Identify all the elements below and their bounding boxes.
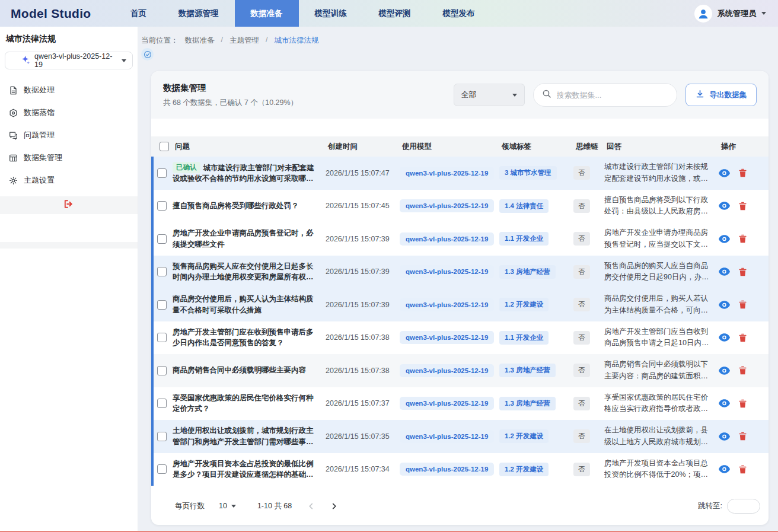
delete-button[interactable] (739, 300, 747, 309)
row-checkbox[interactable] (157, 234, 167, 244)
delete-button[interactable] (739, 168, 747, 177)
view-button[interactable] (719, 169, 730, 177)
breadcrumb-link[interactable]: 主题管理 (229, 36, 259, 46)
delete-button[interactable] (739, 234, 747, 243)
export-dataset-button[interactable]: 导出数据集 (685, 84, 757, 106)
model-pill: qwen3-vl-plus-2025-12-19 (400, 167, 494, 180)
search-input[interactable] (557, 91, 668, 100)
breadcrumb-separator: / (221, 36, 223, 46)
delete-button[interactable] (739, 333, 747, 342)
view-button[interactable] (719, 465, 730, 473)
row-checkbox[interactable] (157, 168, 167, 178)
delete-button[interactable] (739, 432, 747, 441)
status-filter-select[interactable]: 全部 (454, 84, 525, 106)
answer-text: 房地产开发主管部门应当自收到商品房预售申请之日起10日内，作... (604, 326, 713, 349)
row-checkbox[interactable] (157, 432, 167, 441)
view-button[interactable] (719, 202, 730, 210)
logout-button[interactable] (0, 196, 138, 214)
sidebar-item-label: 数据集管理 (24, 152, 62, 163)
table-row[interactable]: 已确认城市建设行政主管部门对未配套建设或验收不合格的节约用水设施可采取哪些行政措… (154, 157, 769, 190)
breadcrumb-separator: / (266, 36, 267, 46)
delete-button[interactable] (739, 202, 747, 211)
rows-per-page-value: 10 (219, 502, 227, 510)
answer-text: 城市建设行政主管部门对未按规定配套建设节约用水设施，或者节... (604, 161, 713, 184)
sidebar-item[interactable]: 数据集管理 (0, 146, 138, 169)
table-row[interactable]: 预售商品房购买人应在交付使用之日起多长时间内办理土地使用权变更和房屋所有权登记手… (154, 256, 769, 289)
row-checkbox[interactable] (157, 267, 167, 276)
page-range: 1-10 共 68 (257, 501, 292, 511)
delete-button[interactable] (739, 399, 747, 408)
table-row[interactable]: 房地产开发企业申请商品房预售登记时，必须提交哪些文件 2026/1/15 15:… (154, 222, 769, 256)
trash-icon (739, 267, 747, 276)
model-select[interactable]: qwen3-vl-plus-2025-12-19 (5, 52, 133, 69)
row-checkbox[interactable] (157, 366, 167, 375)
table-row[interactable]: 擅自预售商品房将受到哪些行政处罚？ 2026/1/15 15:07:45 qwe… (154, 190, 769, 223)
table-row[interactable]: 商品房交付使用后，购买人认为主体结构质量不合格时可采取什么措施 2026/1/1… (154, 288, 769, 321)
avatar (694, 5, 712, 23)
nav-tab[interactable]: 模型发布 (427, 0, 491, 27)
sidebar-item[interactable]: 问题管理 (0, 124, 138, 146)
table-row[interactable]: 房地产开发主管部门应在收到预售申请后多少日内作出是否同意预售的答复？ 2026/… (154, 321, 769, 355)
view-button[interactable] (719, 399, 730, 407)
distill-icon (8, 108, 18, 117)
row-checkbox[interactable] (157, 201, 167, 211)
table-header-row: 问题 创建时间 使用模型 领域标签 思维链 回答 操作 (151, 136, 769, 157)
delete-button[interactable] (739, 366, 747, 375)
row-checkbox[interactable] (157, 399, 167, 408)
table-row[interactable]: 房地产开发项目资本金占总投资的最低比例是多少？项目开发建设应遵循怎样的基础设施建… (154, 453, 769, 486)
question-text: 享受国家优惠政策的居民住宅价格实行何种定价方式？ (173, 394, 314, 413)
nav-tab[interactable]: 模型评测 (363, 0, 427, 27)
chevron-down-icon (761, 12, 766, 15)
domain-tag: 1.1 开发企业 (499, 331, 549, 345)
view-button[interactable] (719, 432, 730, 441)
delete-button[interactable] (739, 267, 747, 276)
question-text: 房地产开发项目资本金占总投资的最低比例是多少？项目开发建设应遵循怎样的基础设施建… (173, 460, 314, 481)
question-cell: 商品房销售合同中必须载明哪些主要内容 (173, 365, 315, 376)
sidebar-item-label: 问题管理 (24, 130, 55, 141)
row-checkbox[interactable] (157, 300, 167, 310)
nav-tab[interactable]: 首页 (114, 0, 162, 27)
next-page-button[interactable] (330, 502, 338, 510)
nav-tab[interactable]: 数据源管理 (162, 0, 235, 27)
nav-tab[interactable]: 数据准备 (235, 0, 299, 27)
cot-badge: 否 (573, 397, 590, 410)
breadcrumb-link[interactable]: 数据准备 (185, 36, 215, 46)
prev-page-button[interactable] (307, 502, 315, 510)
nav-tab[interactable]: 模型训练 (299, 0, 363, 27)
view-button[interactable] (719, 333, 730, 342)
trash-icon (739, 168, 747, 177)
trash-icon (739, 432, 747, 441)
select-all-checkbox[interactable] (160, 142, 169, 151)
sidebar-item[interactable]: 数据处理 (0, 79, 138, 101)
confirmed-badge: 已确认 (173, 162, 200, 173)
answer-text: 房地产开发企业申请办理商品房预售登记时，应当提交以下文件：... (604, 227, 713, 250)
answer-text: 商品房销售合同中必须载明以下主要内容：商品房的建筑面积和使... (604, 359, 713, 382)
view-button[interactable] (719, 367, 730, 375)
created-time: 2026/1/15 15:07:45 (326, 202, 390, 210)
domain-tag: 1.2 开发建设 (499, 298, 549, 311)
app-logo: Model Studio (11, 7, 114, 21)
jump-page-input[interactable] (727, 499, 760, 514)
table-row[interactable]: 土地使用权出让或划拨前，城市规划行政主管部门和房地产开发主管部门需对哪些事项提出… (154, 420, 769, 453)
rows-per-page-select[interactable]: 10 (219, 502, 236, 510)
view-button[interactable] (719, 267, 730, 276)
nav-tab-label: 首页 (130, 8, 146, 19)
table-row[interactable]: 享受国家优惠政策的居民住宅价格实行何种定价方式？ 2026/1/15 15:07… (154, 387, 769, 420)
table-row[interactable]: 商品房销售合同中必须载明哪些主要内容 2026/1/15 15:07:38 qw… (154, 354, 769, 387)
question-cell: 房地产开发项目资本金占总投资的最低比例是多少？项目开发建设应遵循怎样的基础设施建… (173, 458, 315, 481)
row-checkbox[interactable] (157, 464, 167, 474)
row-checkbox[interactable] (157, 333, 167, 342)
delete-button[interactable] (739, 465, 747, 474)
sidebar-divider-strip (0, 242, 138, 249)
sidebar-item[interactable]: 数据蒸馏 (0, 101, 138, 124)
created-time: 2026/1/15 15:07:34 (326, 465, 390, 473)
jump-group: 跳转至: (698, 499, 760, 514)
view-button[interactable] (719, 301, 730, 309)
view-button[interactable] (719, 235, 730, 243)
cot-badge: 否 (573, 429, 590, 443)
eye-icon (719, 399, 730, 407)
user-menu[interactable]: 系统管理员 (694, 5, 766, 23)
nav-tabs: 首页数据源管理数据准备模型训练模型评测模型发布 (114, 0, 491, 27)
sidebar-item[interactable]: 主题设置 (0, 169, 138, 192)
question-cell: 预售商品房购买人应在交付使用之日起多长时间内办理土地使用权变更和房屋所有权登记手… (173, 261, 315, 283)
